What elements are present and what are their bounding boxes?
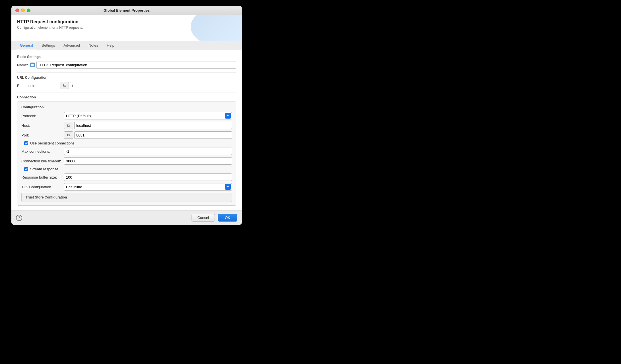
protocol-row: Protocol: HTTP (Default) HTTPS [21,112,232,119]
host-row: Host: fx [21,122,232,129]
tab-advanced[interactable]: Advanced [59,41,84,50]
name-field-label: Name: [17,63,28,67]
header-bg-decoration [191,15,242,41]
title-bar: Global Element Properties [11,6,242,15]
cancel-button[interactable]: Cancel [192,214,215,222]
tls-label: TLS Configuration [21,185,64,189]
tls-row: TLS Configuration Edit inline None [21,183,232,191]
tab-general[interactable]: General [16,41,37,50]
trust-store-section: Trust Store Configuration [21,193,232,202]
header-area: HTTP Request configuration Configuration… [11,15,242,41]
tab-settings[interactable]: Settings [38,41,59,50]
connection-box: Configuration Protocol: HTTP (Default) H… [17,102,236,206]
footer: ? Cancel OK [11,210,242,225]
content-area: Basic Settings Name: URL Configuration B… [11,50,242,210]
name-row: Name: [17,61,236,69]
stream-response-checkbox[interactable] [24,167,28,171]
traffic-lights [15,9,30,12]
base-path-label: Base path: [17,84,60,88]
port-input[interactable] [74,131,232,139]
tab-notes[interactable]: Notes [85,41,102,50]
max-connections-row: Max connections: [21,148,232,155]
response-buffer-row: Response buffer size: [21,173,232,181]
host-fx-button[interactable]: fx [64,122,73,129]
stream-response-label: Stream response [30,167,58,171]
base-path-row: Base path: fx [17,82,236,89]
protocol-select-wrapper: HTTP (Default) HTTPS [64,112,232,119]
tls-select-wrapper: Edit inline None [64,183,232,191]
max-connections-label: Max connections: [21,149,64,154]
ok-button[interactable]: OK [218,214,237,222]
connection-idle-input[interactable] [64,157,232,165]
trust-store-title: Trust Store Configuration [26,195,228,199]
tls-select[interactable]: Edit inline None [64,183,232,191]
base-path-input[interactable] [70,82,236,89]
config-title: Configuration [21,105,232,109]
annotation-arrow [0,162,3,179]
url-config-label: URL Configuration [17,76,236,80]
minimize-button[interactable] [21,9,25,12]
name-input[interactable] [36,61,236,69]
connection-idle-row: Connection idle timeout: [21,157,232,165]
tabs-bar: General Settings Advanced Notes Help [11,41,242,50]
name-icon [30,63,35,67]
persistent-connections-checkbox[interactable] [24,141,28,145]
max-connections-input[interactable] [64,148,232,155]
dialog-window: Global Element Properties HTTP Request c… [11,6,242,225]
connection-label: Connection [17,95,236,99]
port-row: Port: fx [21,131,232,139]
response-buffer-label: Response buffer size: [21,175,64,179]
protocol-label: Protocol: [21,114,64,118]
stream-response-row: Stream response [24,167,232,171]
port-label: Port: [21,133,64,137]
help-button[interactable]: ? [16,215,22,221]
protocol-select[interactable]: HTTP (Default) HTTPS [64,112,232,119]
host-input[interactable] [74,122,232,129]
port-fx-button[interactable]: fx [64,131,73,139]
response-buffer-input[interactable] [64,173,232,181]
connection-idle-label: Connection idle timeout: [21,159,64,163]
persistent-connections-label: Use persistent connections [30,141,75,145]
window-title: Global Element Properties [104,8,150,13]
divider-2 [17,92,236,92]
divider-1 [17,73,236,73]
base-path-fx-button[interactable]: fx [60,82,69,89]
persistent-connections-row: Use persistent connections [24,141,232,145]
tab-help[interactable]: Help [103,41,118,50]
basic-settings-label: Basic Settings [17,55,236,59]
close-button[interactable] [15,9,19,12]
host-label: Host: [21,123,64,128]
footer-buttons: Cancel OK [192,214,237,222]
maximize-button[interactable] [27,9,30,12]
